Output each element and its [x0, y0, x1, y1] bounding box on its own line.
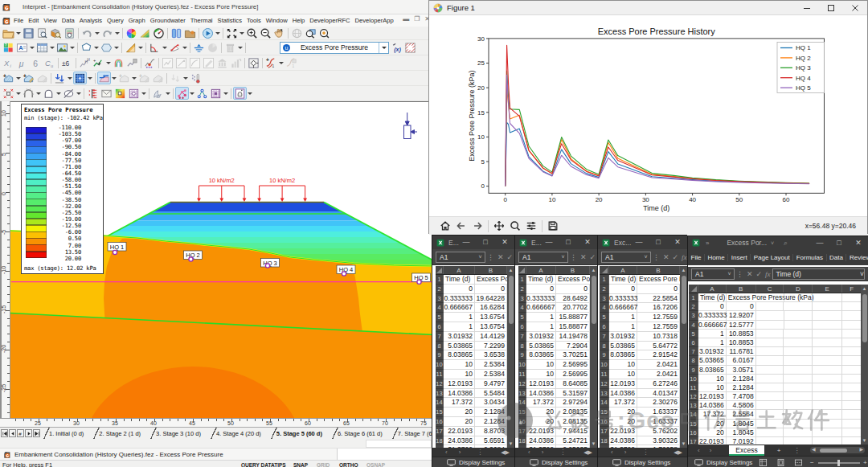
menu-query[interactable]: Query — [104, 17, 126, 24]
add-text-button[interactable]: A — [15, 41, 29, 54]
excel-title-bar[interactable]: »Excess Por...˅⌕—□✕ — [688, 236, 868, 249]
row-header[interactable]: 10 — [689, 375, 698, 383]
menu-graph[interactable]: Graph — [126, 17, 148, 24]
label-cu-button[interactable]: Cu — [43, 56, 56, 69]
cell-C7[interactable] — [756, 347, 784, 356]
cell-A14[interactable]: 17.372 — [444, 398, 475, 408]
cell-A15[interactable]: 20 — [444, 408, 475, 417]
gradient-contour-button[interactable] — [113, 87, 127, 100]
excel-close-button[interactable]: ✕ — [849, 236, 868, 249]
menu-window[interactable]: Window — [264, 17, 290, 24]
measure-dimension-button[interactable] — [168, 41, 182, 54]
row-header[interactable]: 12 — [518, 379, 526, 389]
row-header[interactable]: 4 — [689, 321, 698, 330]
cell-B9[interactable]: 3.0571 — [727, 366, 756, 375]
node-markers-button[interactable] — [195, 87, 209, 100]
cell-F14[interactable] — [842, 410, 862, 419]
cell-D10[interactable] — [784, 375, 813, 383]
cell-B11[interactable]: 2.56995 — [556, 370, 590, 379]
dome-box-button-dropdown[interactable] — [247, 87, 253, 100]
cell-B18[interactable]: 3.90326 — [637, 436, 680, 446]
cell-A6[interactable]: 1 — [444, 322, 475, 332]
cell-D15[interactable] — [784, 420, 813, 428]
cell-B4[interactable]: 16.7206 — [637, 303, 680, 313]
cell-A10[interactable]: 10 — [526, 360, 556, 370]
cell-A18[interactable]: 24.0386 — [609, 436, 637, 446]
envelope-button[interactable] — [100, 87, 113, 100]
cell-A12[interactable]: 12.0193 — [609, 379, 637, 389]
cell-C16[interactable] — [756, 428, 784, 437]
history-query-point[interactable]: HQ 3 — [261, 259, 280, 268]
liner-arch-button-dropdown[interactable] — [35, 87, 42, 100]
ellipse-tool-button[interactable] — [62, 87, 76, 100]
dataset-combobox[interactable]: uExcess Pore Pressure — [280, 42, 389, 54]
row-header[interactable]: 18 — [518, 436, 526, 446]
cell-D7[interactable] — [784, 347, 813, 356]
excel-grid[interactable]: AB1Time (d)Excess Pore Pressure (kPa)200… — [600, 266, 681, 448]
cell-D17[interactable] — [784, 437, 813, 444]
undo-button-dropdown[interactable] — [94, 27, 100, 39]
cell-B10[interactable]: 2.5384 — [475, 360, 507, 370]
cell-E2[interactable] — [813, 302, 842, 311]
cell-B18[interactable]: 5.24721 — [556, 436, 590, 446]
scroll-up-arrow[interactable]: ▲ — [861, 285, 868, 293]
measure-dimension-button-dropdown[interactable] — [182, 41, 188, 54]
row-header[interactable]: 2 — [689, 302, 698, 311]
fan-view-button-dropdown[interactable] — [165, 87, 171, 100]
row-header[interactable]: 18 — [600, 436, 609, 446]
cell-B12[interactable]: 9.4797 — [475, 379, 507, 389]
cell-D6[interactable] — [784, 338, 813, 347]
stage-nav-list[interactable]: # — [17, 429, 24, 437]
name-box[interactable]: A1˅ — [518, 252, 568, 263]
cell-E16[interactable] — [813, 428, 842, 437]
draw-hexagon-button[interactable] — [100, 41, 113, 54]
undo-button[interactable] — [80, 27, 94, 39]
zoom-slider[interactable] — [818, 462, 860, 464]
measure-ruler-button-dropdown[interactable] — [137, 41, 144, 54]
name-box[interactable]: A1˅ — [601, 252, 651, 263]
add-text-button-dropdown[interactable] — [29, 41, 35, 54]
flow-arrows-button-dropdown[interactable] — [67, 72, 73, 84]
cancel-icon[interactable]: ✕ — [497, 253, 504, 261]
cell-B14[interactable]: 2.97294 — [556, 398, 590, 408]
add-history-query-button[interactable]: + — [92, 56, 105, 69]
sheet-next-arrow[interactable]: › — [624, 449, 627, 456]
cell-C2[interactable] — [756, 302, 784, 311]
excel-close-button[interactable]: ✕ — [578, 236, 597, 248]
cell-B2[interactable]: 0 — [475, 285, 507, 294]
cell-A3[interactable]: 0.333333 — [444, 294, 475, 304]
pink-nodes-button-dropdown[interactable] — [189, 87, 195, 100]
row-header[interactable]: 15 — [518, 408, 526, 417]
cell-B3[interactable]: 28.6492 — [556, 294, 590, 304]
row-header[interactable]: 12 — [689, 392, 698, 401]
cell-A11[interactable]: 10 — [526, 370, 556, 379]
delete-history-button[interactable] — [125, 56, 139, 69]
label-xi-button[interactable]: Xi — [2, 56, 15, 69]
cell-A12[interactable]: 12.0193 — [698, 392, 727, 401]
cell-A16[interactable]: 20 — [526, 417, 556, 427]
column-header-A[interactable]: A — [609, 266, 637, 274]
measure-angle-button[interactable] — [148, 41, 162, 54]
cell-C6[interactable] — [756, 338, 784, 347]
cell-B4[interactable]: 16.6284 — [475, 303, 507, 313]
chart-edit-button[interactable] — [202, 56, 215, 69]
cell-B9[interactable]: 3.6538 — [475, 350, 507, 360]
cell-A16[interactable]: 20 — [609, 417, 637, 427]
column-header-F[interactable]: F — [842, 285, 862, 293]
ellipse-tool-button-dropdown[interactable] — [76, 87, 82, 100]
search-icon[interactable]: ⌕ — [784, 239, 788, 248]
measure-ruler-button[interactable] — [124, 41, 137, 54]
enter-icon[interactable]: ✓ — [590, 253, 596, 261]
back-button[interactable] — [453, 220, 469, 231]
display-settings-label[interactable]: Display Settings — [459, 459, 505, 466]
display-settings-label[interactable]: Display Settings — [624, 459, 670, 466]
column-header-A[interactable]: A — [526, 266, 556, 274]
cell-A8[interactable]: 5.03865 — [444, 342, 475, 351]
cell-C3[interactable] — [756, 311, 784, 320]
cell-B7[interactable]: 14.4129 — [475, 332, 507, 342]
cell-A1[interactable]: Time (d) — [698, 293, 727, 302]
cell-A16[interactable]: 20 — [444, 417, 475, 427]
pie-display-button[interactable] — [206, 41, 219, 54]
cell-A1[interactable]: Time (d) — [444, 275, 475, 285]
cell-B8[interactable]: 5.64772 — [637, 342, 680, 351]
